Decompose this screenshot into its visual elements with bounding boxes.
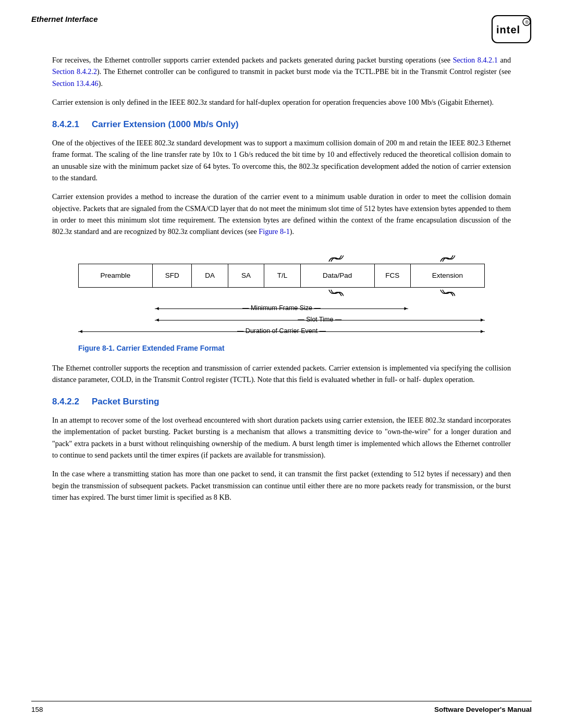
frame-cells-row: Preamble SFD DA SA T/L Data/Pad FCS Exte… <box>78 264 485 288</box>
link-figure-8-1[interactable]: Figure 8-1 <box>259 227 290 236</box>
frame-cell-sa: SA <box>228 264 264 287</box>
section-8422-para2: In the case where a transmitting station… <box>52 468 511 503</box>
section-8422-para1: In an attempt to recover some of the los… <box>52 414 511 461</box>
frame-format-diagram: Preamble SFD DA SA T/L Data/Pad FCS Exte… <box>78 252 485 353</box>
squiggle-extension-bottom <box>438 289 455 297</box>
frame-cell-datapad: Data/Pad <box>301 264 375 287</box>
frame-cell-sfd: SFD <box>153 264 192 287</box>
frame-cell-da: DA <box>192 264 228 287</box>
section-8421-number: 8.4.2.1 <box>52 119 79 130</box>
squiggle-extension-top <box>438 254 455 263</box>
link-section-8421[interactable]: Section 8.4.2.1 <box>453 56 498 64</box>
arrows-block: ◄ — Minimum Frame Size — ► ◄ <box>78 304 485 337</box>
intel-logo: intel ® <box>491 15 532 44</box>
squiggle-datapad-top <box>327 254 344 263</box>
section-8421-para1: One of the objectives of the IEEE 802.3z… <box>52 137 511 183</box>
section-8421-heading: 8.4.2.1 Carrier Extension (1000 Mb/s Onl… <box>52 119 511 130</box>
section-8422-title: Packet Bursting <box>92 397 159 407</box>
frame-cell-tl: T/L <box>264 264 300 287</box>
arrow-duration-carrier: ◄ — Duration of Carrier Event — ► <box>78 327 485 337</box>
arrow-min-frame: ◄ — Minimum Frame Size — ► <box>78 304 485 314</box>
link-section-13446[interactable]: Section 13.4.46 <box>52 79 99 88</box>
svg-text:intel: intel <box>496 24 520 35</box>
footer-page-number: 158 <box>31 706 43 713</box>
squiggle-datapad-bottom <box>327 289 344 297</box>
frame-cell-preamble: Preamble <box>79 264 153 287</box>
section-8421-title: Carrier Extension (1000 Mb/s Only) <box>92 119 239 130</box>
link-section-8422[interactable]: Section 8.4.2.2 <box>52 67 97 76</box>
header-section-title: Ethernet Interface <box>31 15 98 23</box>
figure-caption: Figure 8-1. Carrier Extended Frame Forma… <box>78 344 485 353</box>
section-8421-post-para: The Ethernet controller supports the rec… <box>52 362 511 386</box>
section-8421-para2: Carrier extension provides a method to i… <box>52 191 511 237</box>
header: Ethernet Interface intel ® <box>0 0 563 49</box>
intel-logo-svg: intel ® <box>491 15 532 44</box>
content: For receives, the Ethernet controller su… <box>0 49 563 541</box>
intro-para1: For receives, the Ethernet controller su… <box>52 54 511 89</box>
section-8422-heading: 8.4.2.2 Packet Bursting <box>52 397 511 407</box>
frame-cell-extension: Extension <box>411 264 485 287</box>
page: Ethernet Interface intel ® For receives,… <box>0 0 563 728</box>
footer: 158 Software Developer's Manual <box>31 701 532 713</box>
arrow-slot-time: ◄ — Slot Time — ► <box>78 316 485 325</box>
intro-para2: Carrier extension is only defined in the… <box>52 96 511 108</box>
frame-cell-fcs: FCS <box>375 264 411 287</box>
section-8422-number: 8.4.2.2 <box>52 397 79 407</box>
footer-doc-title: Software Developer's Manual <box>434 706 532 713</box>
svg-text:®: ® <box>525 20 529 25</box>
